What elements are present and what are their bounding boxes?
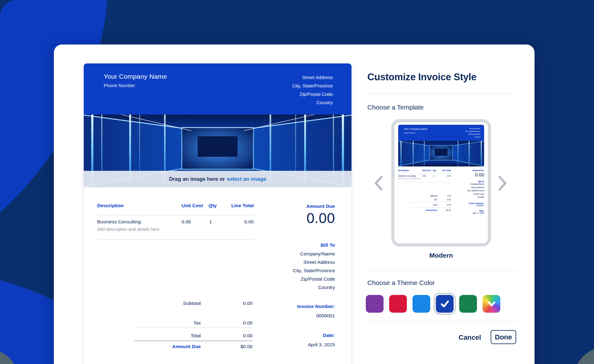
- theme-color-swatches: [366, 295, 500, 313]
- color-swatch-dark-blue-selected[interactable]: [436, 295, 454, 313]
- thumb-item-details: Add description and details here: [398, 178, 451, 180]
- bill-to-line: City, State/Province: [293, 268, 335, 273]
- thumb-tax-row: Tax0.00: [398, 198, 451, 201]
- thumb-invoice-header: Your Company Name Phone Number Street Ad…: [398, 125, 484, 141]
- choose-template-heading: Choose a Template: [367, 104, 424, 111]
- thumb-table-header: Description Unit Cost Qty Line Total: [398, 169, 451, 171]
- company-address: Street Address City, State/Province Zip/…: [292, 73, 333, 107]
- thumb-invoice-body: Description Unit Cost Qty Line Total Bus…: [398, 166, 484, 214]
- address-line: Zip/Postal Code: [292, 90, 333, 98]
- thumb-bill-to-lines: Company/Name Street Address City, State/…: [454, 183, 484, 199]
- color-swatch-purple[interactable]: [366, 295, 384, 313]
- amount-due-row-value: $0.00: [240, 344, 252, 349]
- template-name: Modern: [391, 252, 491, 259]
- thumb-table-row: Business Consulting 0.00 1 0.00: [398, 175, 451, 177]
- date-value: April 3, 2025: [308, 342, 335, 348]
- select-image-link[interactable]: select an image: [227, 176, 266, 182]
- thumb-invoice-number-label: Invoice Number:: [454, 202, 484, 204]
- chevron-left-icon[interactable]: [373, 175, 384, 191]
- company-phone: Phone Number: [104, 83, 135, 88]
- divider: [367, 93, 516, 93]
- amount-due-value: 0.00: [306, 210, 335, 226]
- thumb-amount-due-label: Amount Due: [454, 169, 484, 171]
- divider: [367, 271, 516, 271]
- company-name: Your Company Name: [104, 73, 167, 80]
- thumb-amount-due-value: 0.00: [454, 172, 484, 177]
- col-line-total: Line Total: [231, 203, 254, 208]
- bill-to-label: Bill To: [321, 242, 335, 248]
- drag-image-text: Drag an image here or: [169, 176, 225, 182]
- thumb-company-name: Your Company Name: [404, 128, 427, 130]
- col-description: Description: [97, 203, 124, 208]
- invoice-preview: Your Company Name Phone Number Street Ad…: [83, 63, 352, 364]
- item-qty: 1: [209, 219, 212, 225]
- address-line: Country: [292, 98, 333, 107]
- bill-to-line: Zip/Postal Code: [301, 276, 335, 282]
- thumb-company-phone: Phone Number: [404, 132, 415, 134]
- item-unit-cost: 0.00: [182, 219, 191, 225]
- thumb-address-line: Country: [465, 136, 480, 138]
- thumb-subtotal-row: Subtotal0.00: [398, 195, 451, 197]
- invoice-number-value: 0000001: [316, 313, 335, 319]
- totals-rule: [134, 328, 252, 328]
- tax-label: Tax: [193, 320, 201, 326]
- cancel-button[interactable]: Cancel: [459, 334, 481, 342]
- thumb-address-line: Zip/Postal Code: [465, 133, 480, 136]
- item-details-placeholder: Add description and details here: [97, 227, 159, 232]
- subtotal-label: Subtotal: [183, 301, 201, 306]
- thumb-company-address: Street Address City, State/Province Zip/…: [465, 127, 480, 138]
- address-line: City, State/Province: [292, 82, 333, 90]
- table-header-rule: [97, 215, 254, 215]
- done-button[interactable]: Done: [491, 330, 516, 344]
- bill-to-line: Street Address: [303, 259, 335, 265]
- amount-due-label: Amount Due: [306, 203, 335, 209]
- thumb-total-row: Total0.00: [398, 204, 451, 206]
- image-drop-zone[interactable]: Drag an image here or select an image: [84, 114, 351, 187]
- divider: [367, 321, 516, 321]
- invoice-header: Your Company Name Phone Number Street Ad…: [84, 63, 351, 114]
- app-window: Your Company Name Phone Number Street Ad…: [0, 0, 594, 364]
- drag-image-bar[interactable]: Drag an image here or select an image: [84, 171, 351, 187]
- choose-theme-color-heading: Choose a Theme Color: [367, 279, 435, 287]
- thumb-date-value: July 17, 2025: [454, 212, 484, 214]
- bill-to-line: Company/Name: [300, 251, 335, 257]
- table-row-rule: [97, 240, 254, 240]
- totals-rule-thick: [134, 340, 252, 341]
- col-unit-cost: Unit Cost: [182, 203, 203, 208]
- tax-value: 0.00: [243, 320, 252, 326]
- chevron-right-icon[interactable]: [497, 175, 508, 191]
- color-swatch-green[interactable]: [459, 295, 477, 313]
- color-swatch-bright-blue[interactable]: [412, 295, 430, 313]
- chevron-down-icon: [487, 300, 497, 308]
- thumb-amount-due-row: Amount Due$0.00: [398, 209, 451, 211]
- thumb-invoice-number-value: 0000001: [454, 204, 484, 207]
- total-value: 0.00: [243, 333, 252, 338]
- color-swatch-crimson[interactable]: [389, 295, 407, 313]
- col-qty: Qty: [209, 203, 217, 208]
- thumb-address-line: Street Address: [465, 127, 480, 130]
- subtotal-value: 0.00: [243, 301, 252, 306]
- thumb-banner-image: [398, 141, 484, 166]
- invoice-number-label: Invoice Number:: [297, 304, 335, 309]
- total-label: Total: [191, 333, 201, 338]
- amount-due-row-label: Amount Due: [172, 344, 201, 349]
- date-label: Date:: [323, 333, 335, 338]
- customize-invoice-modal: Your Company Name Phone Number Street Ad…: [54, 44, 535, 364]
- bill-to-line: Country: [318, 285, 335, 290]
- thumb-address-line: City, State/Province: [465, 130, 480, 133]
- address-line: Street Address: [292, 73, 333, 82]
- thumb-bill-to-label: Bill To: [454, 180, 484, 183]
- item-description: Business Consulting: [97, 219, 141, 225]
- page-title: Customize Invoice Style: [367, 72, 476, 83]
- item-line-total: 0.00: [244, 219, 254, 225]
- thumb-date-label: Date:: [454, 210, 484, 212]
- color-swatch-custom-picker[interactable]: [483, 295, 500, 313]
- check-icon: [440, 300, 450, 308]
- template-thumbnail-modern[interactable]: Your Company Name Phone Number Street Ad…: [391, 119, 491, 246]
